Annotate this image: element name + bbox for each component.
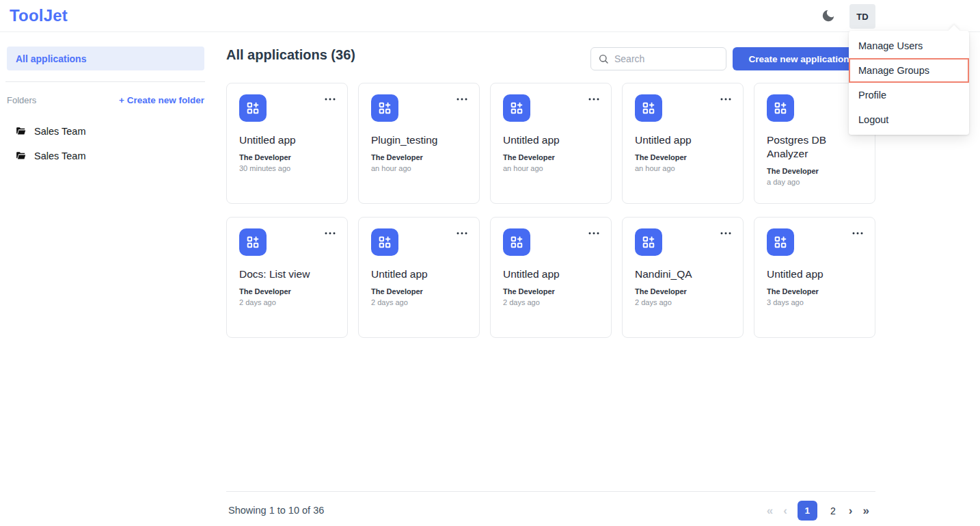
user-menu-item[interactable]: Manage Groups <box>849 58 969 83</box>
app-updated-time: 2 days ago <box>239 298 338 306</box>
app-icon <box>239 228 267 256</box>
app-card[interactable]: Untitled app The Developer 2 days ago <box>490 217 612 338</box>
app-updated-time: an hour ago <box>503 164 601 172</box>
app-card[interactable]: Plugin_testing The Developer an hour ago <box>358 83 480 204</box>
ellipsis-icon <box>324 96 336 103</box>
ellipsis-icon <box>324 230 336 237</box>
create-new-application-button[interactable]: Create new application <box>733 47 865 70</box>
sidebar-folder-item[interactable]: Sales Team <box>15 144 200 168</box>
ellipsis-icon <box>456 96 468 103</box>
app-menu-button[interactable] <box>323 94 338 104</box>
app-icon <box>503 228 530 256</box>
app-updated-time: a day ago <box>767 178 865 186</box>
page-title: All applications (36) <box>226 47 355 63</box>
app-card-top <box>239 228 338 256</box>
app-icon <box>371 94 398 122</box>
pagination-page-2-button[interactable]: 2 <box>828 505 839 516</box>
app-author: The Developer <box>239 153 338 161</box>
ellipsis-icon <box>588 230 600 237</box>
dark-mode-toggle[interactable] <box>818 5 839 26</box>
pagination-summary: Showing 1 to 10 of 36 <box>228 505 324 516</box>
pagination-next-button[interactable]: › <box>849 504 853 518</box>
user-menu-item-label: Manage Users <box>858 40 923 51</box>
app-card-top <box>371 228 469 256</box>
app-card[interactable]: Untitled app The Developer an hour ago <box>622 83 744 204</box>
ellipsis-icon <box>720 96 732 103</box>
app-name: Untitled app <box>503 267 601 281</box>
app-icon <box>371 228 398 256</box>
user-menu-item-label: Logout <box>858 114 888 125</box>
app-icon <box>503 94 530 122</box>
app-card[interactable]: Untitled app The Developer 2 days ago <box>358 217 480 338</box>
app-cards-grid: Untitled app The Developer 30 minutes ag… <box>226 83 875 338</box>
user-menu-item[interactable]: Logout <box>849 107 969 132</box>
tooljet-logo[interactable]: ToolJet <box>10 6 68 25</box>
pagination-prev-button[interactable]: ‹ <box>783 504 787 518</box>
create-new-folder-button[interactable]: + Create new folder <box>119 95 204 105</box>
pagination-first-button[interactable]: « <box>767 504 773 518</box>
app-menu-button[interactable] <box>454 94 469 104</box>
app-menu-button[interactable] <box>850 228 865 238</box>
app-card-top <box>635 94 733 122</box>
folder-icon <box>15 126 27 137</box>
footer-divider <box>226 491 875 492</box>
app-author: The Developer <box>503 287 601 295</box>
app-card[interactable]: Untitled app The Developer 30 minutes ag… <box>226 83 348 204</box>
app-name: Untitled app <box>371 267 469 281</box>
app-author: The Developer <box>239 287 338 295</box>
app-icon <box>635 228 662 256</box>
sidebar-item-label: All applications <box>16 53 86 64</box>
app-card[interactable]: Nandini_QA The Developer 2 days ago <box>622 217 744 338</box>
app-card-top <box>503 228 601 256</box>
app-updated-time: 30 minutes ago <box>239 164 338 172</box>
ellipsis-icon <box>852 230 864 237</box>
search-icon <box>598 53 609 64</box>
app-menu-button[interactable] <box>718 94 733 104</box>
app-name: Untitled app <box>239 133 338 147</box>
app-updated-time: 2 days ago <box>503 298 601 306</box>
app-menu-button[interactable] <box>323 228 338 238</box>
folder-icon <box>15 150 27 162</box>
pagination: « ‹ 1 2 › » <box>767 501 869 521</box>
app-author: The Developer <box>503 153 601 161</box>
app-icon <box>767 228 794 256</box>
moon-icon <box>821 8 836 23</box>
app-card[interactable]: Untitled app The Developer 3 days ago <box>754 217 875 338</box>
app-author: The Developer <box>635 287 733 295</box>
app-icon <box>635 94 662 122</box>
app-card-top <box>239 94 338 122</box>
user-menu-item-label: Manage Groups <box>858 65 929 76</box>
ellipsis-icon <box>588 96 600 103</box>
folder-list: Sales Team Sales Team <box>15 119 200 168</box>
app-updated-time: an hour ago <box>635 164 733 172</box>
app-menu-button[interactable] <box>586 228 601 238</box>
app-updated-time: 2 days ago <box>371 298 469 306</box>
app-author: The Developer <box>767 287 865 295</box>
app-menu-button[interactable] <box>454 228 469 238</box>
app-updated-time: an hour ago <box>371 164 469 172</box>
folder-name: Sales Team <box>34 126 86 137</box>
app-menu-button[interactable] <box>586 94 601 104</box>
pagination-last-button[interactable]: » <box>863 504 869 518</box>
user-dropdown-menu: Manage Users Manage Groups Profile Logou… <box>849 31 969 135</box>
folders-label: Folders <box>7 95 36 105</box>
user-menu-item[interactable]: Manage Users <box>849 34 969 58</box>
app-icon <box>239 94 267 122</box>
app-card[interactable]: Docs: List view The Developer 2 days ago <box>226 217 348 338</box>
search-input[interactable] <box>614 53 719 64</box>
app-card-top <box>767 228 865 256</box>
app-name: Untitled app <box>635 133 733 147</box>
user-avatar[interactable]: TD <box>849 4 875 29</box>
pagination-page-1-button[interactable]: 1 <box>798 501 817 521</box>
app-card[interactable]: Untitled app The Developer an hour ago <box>490 83 612 204</box>
sidebar-item-all-applications[interactable]: All applications <box>7 47 204 70</box>
user-menu-item[interactable]: Profile <box>849 83 969 107</box>
search-box <box>590 47 726 70</box>
tooljet-dashboard: ToolJet TD All applications Folders + Cr… <box>0 0 980 526</box>
sidebar-folder-item[interactable]: Sales Team <box>15 119 200 144</box>
app-icon <box>767 94 794 122</box>
app-card-top <box>635 228 733 256</box>
app-menu-button[interactable] <box>718 228 733 238</box>
app-author: The Developer <box>767 167 865 175</box>
app-name: Plugin_testing <box>371 133 469 147</box>
